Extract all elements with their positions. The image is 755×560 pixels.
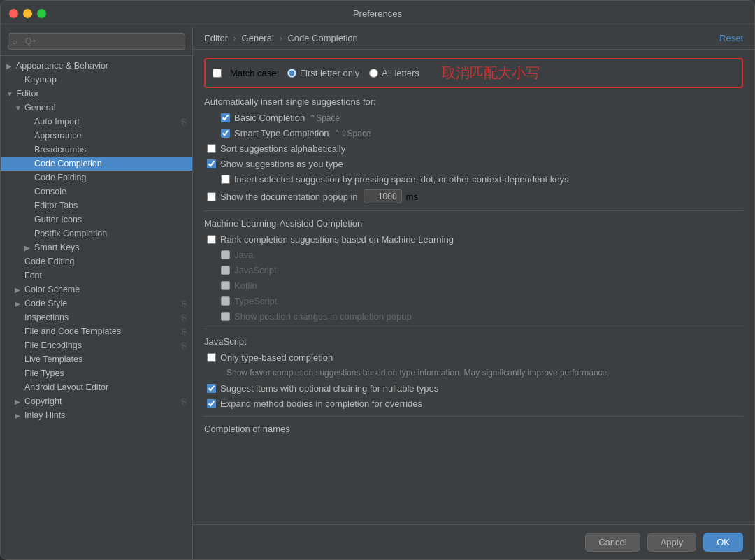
preferences-dialog: Preferences ⌕ ▶ Appearance & Behavior [0, 0, 755, 560]
all-letters-radio-label[interactable]: All letters [369, 68, 419, 78]
all-letters-radio[interactable] [369, 69, 378, 78]
bottom-bar: Cancel Apply OK [193, 524, 754, 559]
dialog-title: Preferences [353, 8, 402, 19]
insert-selected-checkbox[interactable] [221, 175, 230, 184]
ml-javascript-row: JavaScript [204, 265, 743, 275]
sidebar-item-code-folding[interactable]: Code Folding [1, 171, 192, 185]
basic-completion-checkbox[interactable] [221, 113, 230, 122]
sort-alpha-label[interactable]: Sort suggestions alphabetically [207, 143, 345, 154]
sidebar-item-general[interactable]: ▼ General [1, 101, 192, 115]
ml-kotlin-row: Kotlin [204, 280, 743, 291]
basic-completion-shortcut: ⌃Space [309, 113, 340, 123]
sidebar-item-inlay-hints[interactable]: ▶ Inlay Hints [1, 408, 192, 422]
ml-rank-label[interactable]: Rank completion suggestions based on Mac… [207, 234, 454, 245]
sidebar-item-live-templates[interactable]: Live Templates [1, 352, 192, 366]
sidebar-item-code-completion[interactable]: Code Completion [1, 157, 192, 171]
maximize-button[interactable] [37, 9, 46, 18]
js-expand-checkbox[interactable] [207, 399, 216, 408]
sidebar-item-appearance[interactable]: Appearance [1, 129, 192, 143]
sidebar-item-label: Font [24, 271, 42, 280]
ml-typescript-checkbox[interactable] [221, 296, 230, 306]
show-doc-popup-label[interactable]: Show the documentation popup in [207, 192, 358, 202]
sidebar-item-auto-import[interactable]: Auto Import ⎘ [1, 115, 192, 129]
close-button[interactable] [9, 9, 18, 18]
popup-ms-input[interactable] [364, 189, 402, 203]
js-expand-label[interactable]: Expand method bodies in completion for o… [207, 399, 422, 409]
insert-selected-label[interactable]: Insert selected suggestion by pressing s… [221, 174, 568, 185]
sidebar-item-label: Copyright [24, 396, 62, 406]
js-type-based-label[interactable]: Only type-based completion [207, 352, 333, 363]
sidebar-item-gutter-icons[interactable]: Gutter Icons [1, 213, 192, 227]
sidebar-item-file-encodings[interactable]: File Encodings ⎘ [1, 338, 192, 352]
sort-alpha-checkbox[interactable] [207, 144, 216, 153]
show-doc-popup-checkbox[interactable] [207, 192, 216, 201]
sidebar-item-font[interactable]: Font [1, 268, 192, 282]
sidebar-item-breadcrumbs[interactable]: Breadcrumbs [1, 143, 192, 157]
show-suggestions-label[interactable]: Show suggestions as you type [207, 159, 343, 169]
sidebar-item-editor[interactable]: ▼ Editor [1, 87, 192, 101]
sidebar-item-color-scheme[interactable]: ▶ Color Scheme [1, 282, 192, 296]
right-panel: Editor › General › Code Completion Reset… [193, 27, 754, 559]
ml-typescript-label[interactable]: TypeScript [221, 296, 277, 306]
sidebar-item-copyright[interactable]: ▶ Copyright ⎘ [1, 394, 192, 408]
ml-position-row: Show position changes in completion popu… [204, 311, 743, 322]
panel-body: Match case: First letter only All letter… [193, 50, 754, 524]
apply-button[interactable]: Apply [647, 533, 697, 552]
sidebar-item-editor-tabs[interactable]: Editor Tabs [1, 199, 192, 213]
ml-position-checkbox[interactable] [221, 312, 230, 321]
show-doc-popup-row: Show the documentation popup in ms [204, 189, 743, 203]
breadcrumb-general: General [242, 33, 274, 43]
chevron-right-icon: ▶ [6, 62, 16, 70]
js-suggest-chaining-checkbox[interactable] [207, 384, 216, 393]
match-case-label[interactable]: Match case: [230, 68, 279, 78]
sidebar-item-code-style[interactable]: ▶ Code Style ⎘ [1, 296, 192, 310]
ml-kotlin-checkbox[interactable] [221, 281, 230, 290]
auto-insert-label: Automatically insert single suggestions … [204, 96, 743, 107]
ok-button[interactable]: OK [703, 533, 743, 552]
ml-kotlin-label[interactable]: Kotlin [221, 280, 257, 291]
sidebar-item-label: File Encodings [24, 340, 82, 350]
sidebar: ⌕ ▶ Appearance & Behavior Keymap ▼ [1, 27, 193, 559]
js-type-based-row: Only type-based completion [204, 352, 743, 363]
sidebar-item-smart-keys[interactable]: ▶ Smart Keys [1, 240, 192, 254]
smart-type-checkbox[interactable] [221, 129, 230, 138]
sidebar-item-console[interactable]: Console [1, 185, 192, 199]
breadcrumb-editor: Editor [204, 33, 228, 43]
match-case-checkbox[interactable] [213, 69, 222, 78]
breadcrumb-sep1: › [233, 33, 239, 43]
first-letter-radio-label[interactable]: First letter only [287, 68, 359, 78]
sidebar-item-label: Inspections [24, 313, 69, 322]
sidebar-item-code-editing[interactable]: Code Editing [1, 254, 192, 268]
smart-type-shortcut: ⌃⇧Space [333, 129, 371, 138]
ml-position-label[interactable]: Show position changes in completion popu… [221, 311, 412, 322]
js-section-heading: JavaScript [204, 336, 743, 347]
js-suggest-chaining-label[interactable]: Suggest items with optional chaining for… [207, 383, 438, 394]
ml-rank-checkbox[interactable] [207, 235, 216, 244]
show-suggestions-text: Show suggestions as you type [220, 159, 343, 169]
search-input[interactable] [8, 33, 185, 50]
js-type-based-checkbox[interactable] [207, 353, 216, 362]
sidebar-item-file-code-templates[interactable]: File and Code Templates ⎘ [1, 324, 192, 338]
ml-javascript-label[interactable]: JavaScript [221, 265, 277, 275]
minimize-button[interactable] [23, 9, 32, 18]
sidebar-item-keymap[interactable]: Keymap [1, 73, 192, 87]
ml-java-checkbox[interactable] [221, 250, 230, 259]
ml-java-label[interactable]: Java [221, 250, 253, 260]
search-bar: ⌕ [1, 27, 192, 56]
sidebar-item-file-types[interactable]: File Types [1, 366, 192, 380]
sidebar-item-appearance-behavior[interactable]: ▶ Appearance & Behavior [1, 59, 192, 73]
smart-type-label[interactable]: Smart Type Completion ⌃⇧Space [221, 128, 371, 138]
sidebar-item-postfix-completion[interactable]: Postfix Completion [1, 227, 192, 240]
sidebar-item-android-layout-editor[interactable]: Android Layout Editor [1, 380, 192, 394]
first-letter-radio[interactable] [287, 69, 296, 78]
ml-javascript-checkbox[interactable] [221, 266, 230, 275]
cancel-button[interactable]: Cancel [585, 533, 640, 552]
ml-kotlin-text: Kotlin [234, 280, 257, 291]
sidebar-item-label: Android Layout Editor [24, 382, 108, 392]
sidebar-item-label: Color Scheme [24, 285, 80, 294]
sidebar-item-inspections[interactable]: Inspections ⎘ [1, 310, 192, 324]
js-type-based-desc: Show fewer completion suggestions based … [204, 368, 743, 378]
show-suggestions-checkbox[interactable] [207, 159, 216, 168]
basic-completion-label[interactable]: Basic Completion ⌃Space [221, 113, 340, 123]
reset-button[interactable]: Reset [719, 33, 743, 43]
